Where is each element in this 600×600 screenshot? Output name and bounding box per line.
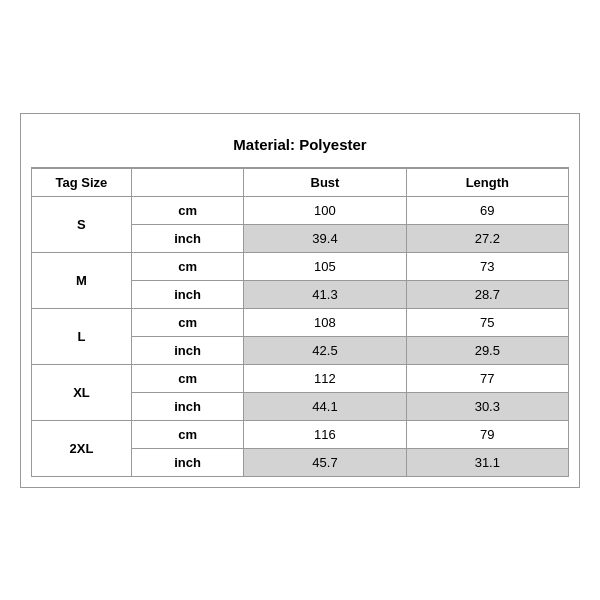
length-value: 28.7 [406,280,568,308]
unit-cell: cm [131,364,243,392]
size-table: Tag Size Bust Length Scm10069inch39.427.… [31,168,569,477]
size-label: L [32,308,132,364]
bust-value: 105 [244,252,406,280]
bust-value: 108 [244,308,406,336]
header-tag-size: Tag Size [32,168,132,196]
table-container: Material: Polyester Tag Size Bust Length… [20,113,580,488]
bust-value: 116 [244,420,406,448]
table-body: Scm10069inch39.427.2Mcm10573inch41.328.7… [32,196,569,476]
size-label: XL [32,364,132,420]
unit-cell: cm [131,252,243,280]
length-value: 73 [406,252,568,280]
table-row: Mcm10573 [32,252,569,280]
table-title: Material: Polyester [31,124,569,168]
bust-value: 39.4 [244,224,406,252]
bust-value: 100 [244,196,406,224]
table-row: XLcm11277 [32,364,569,392]
length-value: 79 [406,420,568,448]
size-label: S [32,196,132,252]
length-value: 29.5 [406,336,568,364]
table-header-row: Tag Size Bust Length [32,168,569,196]
bust-value: 41.3 [244,280,406,308]
bust-value: 42.5 [244,336,406,364]
length-value: 31.1 [406,448,568,476]
table-row: Scm10069 [32,196,569,224]
header-length: Length [406,168,568,196]
size-label: 2XL [32,420,132,476]
length-value: 75 [406,308,568,336]
unit-cell: inch [131,224,243,252]
unit-cell: inch [131,448,243,476]
length-value: 30.3 [406,392,568,420]
bust-value: 44.1 [244,392,406,420]
unit-cell: cm [131,308,243,336]
size-label: M [32,252,132,308]
header-bust: Bust [244,168,406,196]
unit-cell: inch [131,336,243,364]
table-row: Lcm10875 [32,308,569,336]
length-value: 69 [406,196,568,224]
unit-cell: cm [131,196,243,224]
header-unit [131,168,243,196]
length-value: 27.2 [406,224,568,252]
table-row: 2XLcm11679 [32,420,569,448]
length-value: 77 [406,364,568,392]
unit-cell: inch [131,392,243,420]
bust-value: 112 [244,364,406,392]
bust-value: 45.7 [244,448,406,476]
unit-cell: cm [131,420,243,448]
unit-cell: inch [131,280,243,308]
